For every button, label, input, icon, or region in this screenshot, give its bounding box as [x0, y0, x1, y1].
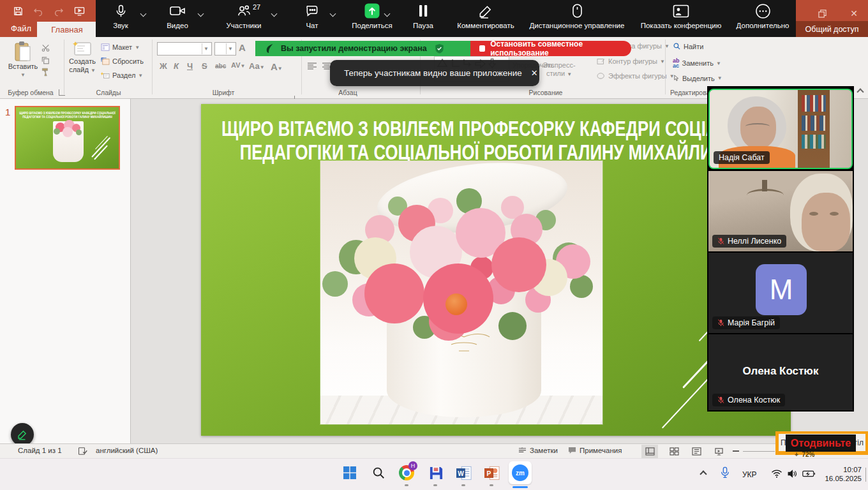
select-button[interactable]: Выделить▼ — [673, 74, 722, 82]
quick-access-toolbar — [13, 6, 86, 17]
zoom-slider[interactable] — [743, 451, 775, 452]
underline-button[interactable]: Ч — [187, 61, 193, 71]
zoom-share-button[interactable]: Поделиться — [345, 0, 400, 37]
share-access-button[interactable]: Общий доступ — [796, 21, 868, 37]
wifi-icon[interactable] — [771, 469, 782, 479]
restore-window-icon[interactable] — [816, 8, 828, 19]
zoom-pause-button[interactable]: Пауза — [402, 0, 444, 37]
strikethrough-button[interactable]: S — [202, 61, 207, 71]
shape-outline-button[interactable]: Контур фигуры▼ — [597, 57, 665, 65]
comments-button[interactable]: Примечания — [568, 447, 622, 454]
zoom-audio-button[interactable]: Звук — [98, 0, 144, 37]
camera-icon — [169, 0, 186, 22]
language-status[interactable]: английский (США) — [96, 447, 158, 454]
slides-group-label: Слайды — [77, 89, 140, 96]
slide-thumbnail[interactable]: ЩИРО ВІТАЄМО З ЮВІЛЕЄМ ПРОФЕСОРКУ КАФЕДР… — [15, 106, 120, 170]
video-tile-nelli-lysenko[interactable]: Неллі Лисенко — [708, 171, 853, 251]
new-slide-button[interactable]: Создать слайд ▼ — [66, 41, 98, 75]
layout-button[interactable]: Макет▼ — [101, 43, 140, 51]
screen: Файл Главная ✕ Общий доступ Звук Видео У… — [0, 0, 868, 490]
replace-button[interactable]: abac Заменить▼ — [673, 58, 721, 68]
grow-font-button[interactable]: А — [239, 42, 246, 53]
slide[interactable]: ЩИРО ВІТАЄМО З ЮВІЛЕЄМ ПРОФЕСОРКУ КАФЕДР… — [201, 104, 791, 436]
svg-text:W: W — [458, 470, 464, 477]
tray-microphone-icon[interactable] — [720, 466, 730, 480]
paste-button[interactable]: Вставить▼ — [6, 41, 40, 79]
tab-home[interactable]: Главная — [37, 22, 97, 37]
bold-button[interactable]: Ж — [160, 61, 167, 71]
view-normal-button[interactable] — [641, 445, 658, 458]
tray-expand-icon[interactable] — [701, 471, 706, 477]
find-button[interactable]: Найти — [673, 42, 703, 50]
font-size-combo[interactable]: ▼ — [214, 42, 236, 56]
zoom-video-button[interactable]: Видео — [154, 0, 200, 37]
undo-icon[interactable] — [33, 6, 44, 17]
zoom-app-icon[interactable]: zm — [509, 461, 532, 484]
slide-counter: Слайд 1 из 1 — [18, 447, 62, 454]
chrome-icon[interactable]: H — [397, 463, 416, 482]
copy-icon[interactable] — [41, 56, 50, 65]
start-button[interactable] — [340, 463, 359, 482]
section-button[interactable]: Раздел▼ — [101, 71, 143, 79]
start-slideshow-icon[interactable] — [73, 6, 86, 17]
reset-button[interactable]: Сбросить — [101, 57, 144, 65]
font-color-button[interactable]: А▼ — [271, 61, 283, 72]
language-indicator[interactable]: УКР — [742, 470, 757, 479]
word-icon[interactable]: W — [454, 463, 474, 482]
italic-button[interactable]: К — [174, 61, 179, 71]
pencil-icon — [17, 429, 28, 440]
zoom-active-indicator — [513, 486, 528, 488]
speaker-icon[interactable] — [787, 469, 798, 479]
shape-effects-button[interactable]: Эффекты фигуры▼ — [597, 72, 675, 80]
zoom-out-button[interactable] — [733, 450, 739, 452]
annotation-pencil-button[interactable] — [11, 423, 34, 446]
quick-styles-button[interactable]: Экспресс- стили ▼ — [539, 61, 579, 78]
video-tile-nadiia-sabat[interactable]: Надія Сабат — [708, 89, 853, 169]
cut-icon[interactable] — [41, 43, 50, 52]
floppy-app-icon[interactable] — [426, 463, 445, 482]
notes-button[interactable]: Заметки — [518, 447, 558, 454]
zoom-annotate-button[interactable]: Комментировать — [450, 0, 521, 37]
thumbnail-flower-photo — [53, 121, 84, 162]
redo-icon[interactable] — [53, 6, 64, 17]
pause-icon — [417, 0, 429, 22]
zoom-more-button[interactable]: Дополнительно — [731, 0, 795, 37]
chat-bubble-icon — [304, 0, 320, 22]
flower-box-photo — [320, 161, 602, 424]
search-icon[interactable] — [369, 463, 388, 482]
alignment-buttons[interactable] — [308, 63, 331, 70]
character-spacing-button[interactable]: AV▼ — [231, 61, 245, 69]
zoom-show-meeting-button[interactable]: Показать конференцию — [635, 0, 727, 37]
format-painter-icon[interactable] — [41, 68, 50, 77]
video-tile-olena-kostiuk[interactable]: Олена Костюк Олена Костюк — [708, 334, 853, 410]
zoom-participants-button[interactable]: Участники — [214, 0, 273, 37]
zoom-level-text: + 72% — [795, 451, 814, 458]
annotate-highlight-overlay: Птіл Отодвиньте + 72% — [775, 431, 868, 455]
zoom-remote-control-button[interactable]: Дистанционное управление — [520, 0, 634, 37]
tooltip-close-icon[interactable]: ✕ — [531, 68, 538, 78]
show-desktop-edge[interactable] — [865, 468, 866, 482]
participant-name-label: Олена Костюк — [712, 394, 785, 406]
tab-file[interactable]: Файл — [8, 24, 34, 33]
participant-display-name: Олена Костюк — [708, 365, 853, 378]
view-slideshow-button[interactable] — [710, 445, 727, 458]
stop-sharing-button[interactable]: Остановить совместное использование — [470, 41, 631, 56]
view-reading-button[interactable] — [688, 445, 705, 458]
subscript-button[interactable]: abc — [215, 63, 226, 70]
participant-name-label: Надія Сабат — [714, 151, 770, 164]
view-slide-sorter-button[interactable] — [666, 445, 682, 458]
change-case-button[interactable]: Aa▼ — [249, 61, 265, 71]
peony-center — [445, 293, 467, 315]
close-window-icon[interactable]: ✕ — [848, 8, 860, 19]
video-tile-mariia-bahrii[interactable]: М Марія Багрій — [708, 253, 853, 333]
share-screen-icon — [364, 0, 380, 22]
zoom-chat-button[interactable]: Чат — [290, 0, 334, 37]
font-name-combo[interactable]: ▼ — [157, 42, 212, 56]
chrome-profile-badge: H — [408, 461, 417, 470]
panel-collapse-button[interactable] — [856, 88, 865, 94]
clock[interactable]: 10:07 16.05.2025 — [822, 465, 862, 483]
battery-icon[interactable] — [802, 470, 816, 478]
spellcheck-icon[interactable] — [78, 447, 87, 456]
save-icon[interactable] — [13, 6, 24, 17]
powerpoint-icon[interactable]: P — [483, 463, 502, 482]
